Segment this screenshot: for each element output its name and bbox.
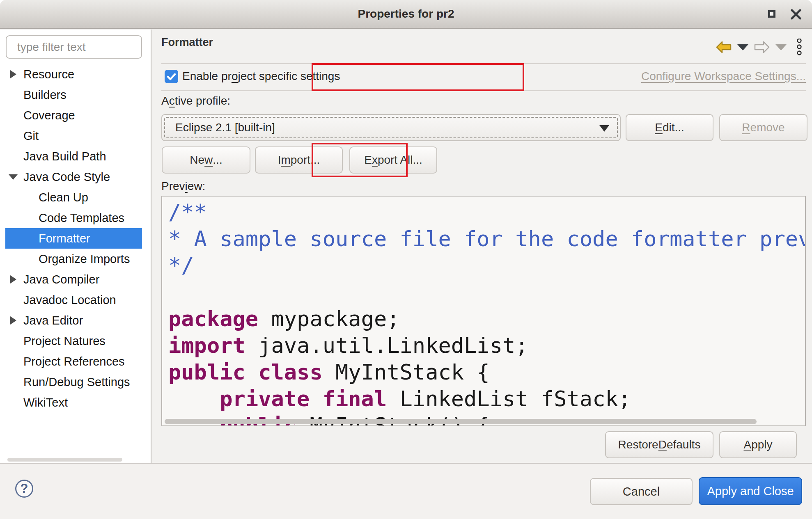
tree-item-git[interactable]: Git xyxy=(5,126,142,146)
collapsed-arrow-icon[interactable] xyxy=(10,70,16,78)
tree-item-run-debug-settings[interactable]: Run/Debug Settings xyxy=(5,372,142,392)
edit-button[interactable]: Edit... xyxy=(626,114,713,141)
checkmark-icon xyxy=(165,70,178,83)
apply-button[interactable]: Apply xyxy=(719,431,797,458)
code-line: * A sample source file for the code form… xyxy=(168,226,805,252)
code-preview-text: /*** A sample source file for the code f… xyxy=(168,199,805,425)
code-line: package mypackage; xyxy=(168,306,805,332)
tree-item-builders[interactable]: Builders xyxy=(5,85,142,105)
tree-item-label: Formatter xyxy=(39,232,90,245)
code-line: private final LinkedList fStack; xyxy=(168,386,805,412)
tree-item-label: Clean Up xyxy=(39,191,88,204)
page-title: Formatter xyxy=(161,36,213,49)
collapsed-arrow-icon[interactable] xyxy=(10,316,16,325)
cancel-button[interactable]: Cancel xyxy=(590,478,693,505)
tree-item-label: Code Templates xyxy=(39,211,124,225)
tree-item-javadoc-location[interactable]: Javadoc Location xyxy=(5,290,142,310)
tree-item-code-templates[interactable]: Code Templates xyxy=(5,208,142,228)
tree-item-formatter[interactable]: Formatter xyxy=(5,228,142,249)
collapsed-arrow-icon[interactable] xyxy=(10,275,16,284)
tree-item-label: WikiText xyxy=(23,396,68,409)
tree-item-coverage[interactable]: Coverage xyxy=(5,105,142,126)
code-line: public class MyIntStack { xyxy=(168,359,805,386)
preview-horizontal-scrollbar[interactable] xyxy=(165,419,757,424)
remove-button[interactable]: Remove xyxy=(719,114,807,141)
separator-line-bottom xyxy=(161,90,806,91)
close-button[interactable] xyxy=(791,9,801,20)
code-line xyxy=(168,279,805,306)
tree-item-label: Project Natures xyxy=(23,334,106,348)
forward-history-dropdown-icon[interactable] xyxy=(775,44,787,51)
sidebar: ResourceBuildersCoverageGitJava Build Pa… xyxy=(0,30,151,463)
import-button[interactable]: Import... xyxy=(255,146,343,174)
restore-defaults-button[interactable]: Restore Defaults xyxy=(605,431,713,458)
tree-item-java-editor[interactable]: Java Editor xyxy=(5,310,142,331)
enable-project-settings-label[interactable]: Enable project specific settings xyxy=(182,70,340,83)
tree-item-label: Java Compiler xyxy=(23,273,99,286)
code-line: /** xyxy=(168,199,805,226)
tree-item-label: Java Code Style xyxy=(23,170,110,184)
help-icon[interactable]: ? xyxy=(15,480,33,498)
tree-item-project-natures[interactable]: Project Natures xyxy=(5,331,142,351)
tree-item-label: Builders xyxy=(23,88,67,102)
maximize-button[interactable] xyxy=(767,9,777,19)
tree-item-label: Git xyxy=(23,129,39,143)
active-profile-label: Active profile: xyxy=(161,94,230,107)
active-profile-combo[interactable]: Eclipse 2.1 [built-in] xyxy=(161,114,621,141)
expanded-arrow-icon[interactable] xyxy=(9,174,18,180)
active-profile-value: Eclipse 2.1 [built-in] xyxy=(175,115,275,140)
forward-arrow-icon[interactable] xyxy=(754,41,770,53)
tree-item-label: Coverage xyxy=(23,109,75,122)
code-line: */ xyxy=(168,252,805,279)
tree-item-project-references[interactable]: Project References xyxy=(5,351,142,372)
code-preview: /*** A sample source file for the code f… xyxy=(161,196,806,426)
tree-item-java-compiler[interactable]: Java Compiler xyxy=(5,269,142,290)
combo-dropdown-arrow-icon xyxy=(599,125,609,132)
tree-item-wikitext[interactable]: WikiText xyxy=(5,392,142,413)
window-title: Properties for pr2 xyxy=(0,0,812,28)
configure-workspace-settings-link[interactable]: Configure Workspace Settings... xyxy=(641,70,806,83)
enable-project-settings-checkbox[interactable] xyxy=(165,70,178,83)
tree-item-resource[interactable]: Resource xyxy=(5,64,142,85)
main-panel: Formatter En xyxy=(152,30,812,463)
sidebar-horizontal-scrollbar[interactable] xyxy=(7,458,122,462)
tree-item-organize-imports[interactable]: Organize Imports xyxy=(5,249,142,269)
preference-nav-toolbar xyxy=(716,39,802,56)
maximize-icon xyxy=(768,10,775,18)
tree-item-label: Resource xyxy=(23,68,74,81)
tree-item-label: Run/Debug Settings xyxy=(23,375,130,389)
new-button[interactable]: New... xyxy=(162,146,250,174)
properties-dialog: Properties for pr2 ResourceBuildersCover… xyxy=(0,0,812,519)
back-arrow-icon[interactable] xyxy=(716,41,732,53)
filter-input[interactable] xyxy=(6,35,142,59)
footer: ? Cancel Apply and Close xyxy=(0,463,812,519)
apply-and-close-button[interactable]: Apply and Close xyxy=(699,477,802,505)
tree-item-label: Java Editor xyxy=(23,314,83,327)
tree-item-label: Organize Imports xyxy=(39,252,130,266)
titlebar[interactable]: Properties for pr2 xyxy=(0,0,812,29)
tree-item-java-build-path[interactable]: Java Build Path xyxy=(5,146,142,167)
tree-item-clean-up[interactable]: Clean Up xyxy=(5,187,142,208)
tree-item-label: Project References xyxy=(23,355,125,368)
back-history-dropdown-icon[interactable] xyxy=(737,44,748,51)
tree-item-label: Javadoc Location xyxy=(23,293,116,307)
tree-item-label: Java Build Path xyxy=(23,150,106,163)
view-menu-kebab-icon[interactable] xyxy=(796,39,802,56)
preview-label: Preview: xyxy=(161,180,205,193)
export-all-button[interactable]: Export All... xyxy=(349,146,437,174)
separator-line-top xyxy=(161,63,806,64)
tree-item-java-code-style[interactable]: Java Code Style xyxy=(5,167,142,187)
code-line: import java.util.LinkedList; xyxy=(168,332,805,359)
